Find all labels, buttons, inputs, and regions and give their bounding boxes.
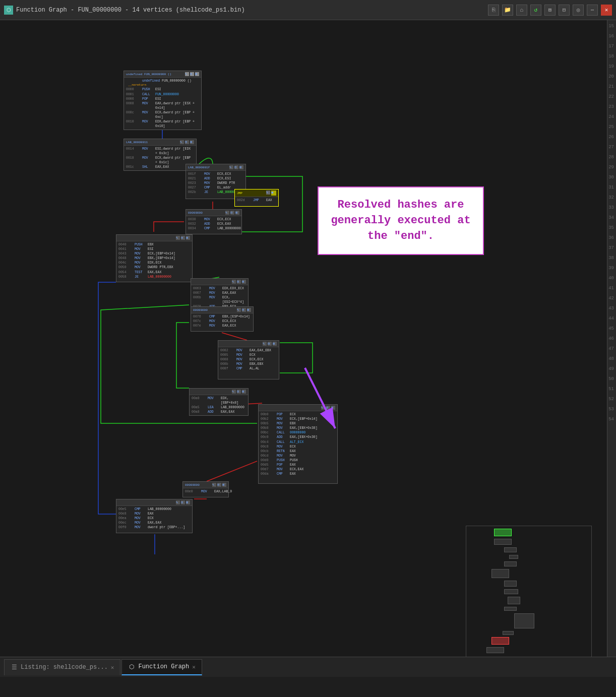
graph-node-10[interactable]: ✎ ⊟ ⊠ 00b0POPECX 00b2MOVECX,[EBP+0x14] 0…: [258, 404, 338, 484]
node-icon[interactable]: ✎: [229, 165, 233, 169]
node-icon[interactable]: ⊟: [190, 72, 194, 76]
node-icon[interactable]: ✎: [321, 406, 325, 410]
graph-node-11[interactable]: 00000000 ✎ ⊟ ⊠ 00e0MOVEAX,LAB_0: [182, 481, 229, 497]
node-icon[interactable]: ⊟: [268, 342, 272, 346]
home-icon[interactable]: ⌂: [516, 5, 527, 16]
node-icon[interactable]: ✎: [185, 72, 189, 76]
node-icon[interactable]: ✎: [232, 280, 236, 284]
node-icon[interactable]: ✎: [266, 191, 270, 195]
annotation-text: Resolved hashes are generally executed a…: [331, 199, 470, 242]
minimap-node: [509, 555, 518, 559]
node-icon[interactable]: ✎: [180, 140, 184, 144]
grid-icon[interactable]: ⊟: [559, 5, 570, 16]
node-icon[interactable]: ⊠: [190, 140, 194, 144]
minimap-node: [491, 569, 509, 578]
graph-node-4[interactable]: 00000000 ✎ ⊟ ⊠ 0030MOVECX,ECX 0032ADDECX…: [186, 209, 242, 234]
node-icon[interactable]: ⊟: [185, 140, 189, 144]
node-icon[interactable]: ⊠: [235, 211, 239, 215]
tab-bar: ☰ Listing: shellcode_ps... ✕ ⬡ Function …: [0, 657, 616, 677]
node-icon[interactable]: ⊠: [239, 165, 243, 169]
scroll-num: 34: [608, 213, 615, 223]
node-icon[interactable]: ⊟: [181, 500, 185, 504]
main-area: 15 16 17 18 19 20 21 22 23 24 25 26 27 2…: [0, 20, 616, 677]
scroll-num: 39: [608, 263, 615, 273]
node-icon[interactable]: ⊟: [326, 406, 330, 410]
graph-node-0[interactable]: undefined FUN_00000000 () ✎ ⊟ ⊠ undefine…: [124, 71, 202, 130]
copy-icon[interactable]: ⎘: [488, 5, 499, 16]
dots-icon[interactable]: ⋯: [587, 5, 598, 16]
node-icon[interactable]: ⊠: [242, 390, 246, 394]
node-icon[interactable]: ⊠: [195, 72, 199, 76]
layout-icon[interactable]: ⊞: [544, 5, 556, 16]
node-icon[interactable]: ⊠: [273, 342, 277, 346]
minimap-node: [504, 561, 517, 566]
scroll-num: 47: [608, 344, 615, 354]
minimap-node: [491, 637, 509, 645]
scroll-num: 32: [608, 193, 615, 203]
node-header-6: ✎ ⊟ ⊠: [191, 279, 248, 285]
node-icon[interactable]: ⊟: [234, 165, 238, 169]
node-icon[interactable]: ⊟: [230, 211, 234, 215]
minimap-node: [494, 529, 512, 536]
node-header-8: ✎ ⊟ ⊠: [218, 341, 279, 347]
tab-function-graph[interactable]: ⬡ Function Graph ✕: [121, 659, 202, 675]
graph-node-12[interactable]: ✎ ⊟ ⊠ 00e5CMPLAB_00000000 00e8MOVEAX 00e…: [116, 499, 193, 533]
node-icon[interactable]: ✎: [176, 236, 180, 240]
scroll-num: 37: [608, 243, 615, 253]
node-header-4: 00000000 ✎ ⊟ ⊠: [186, 210, 241, 216]
node-icon[interactable]: ⊠: [247, 308, 251, 312]
node-body-11: 00e0MOVEAX,LAB_0: [183, 488, 228, 495]
function-graph-tab-close[interactable]: ✕: [192, 664, 196, 670]
graph-node-8[interactable]: ✎ ⊟ ⊠ 0082MOVEAX,EAX_EBX 0085MOVECX 0088…: [218, 340, 279, 379]
node-icon[interactable]: ⊠: [186, 236, 190, 240]
scroll-num: 48: [608, 354, 615, 364]
graph-node-3[interactable]: JMP ✎ ◼ 002dJMPEAX: [234, 189, 279, 207]
node-icon[interactable]: ⊠: [222, 483, 226, 487]
node-icon[interactable]: ⊟: [237, 280, 241, 284]
scroll-num: 20: [608, 72, 615, 82]
graph-node-6[interactable]: ✎ ⊟ ⊠ 0063MOVEDX,EDX_ECX 0067MOVEAX,EAX …: [191, 278, 249, 310]
node-header-0: undefined FUN_00000000 () ✎ ⊟ ⊠: [124, 71, 201, 78]
node-body-0: undefinedFUN_00000000 () __noreturn 0000…: [124, 78, 201, 130]
nav-icon[interactable]: ◎: [573, 5, 584, 16]
node-icon[interactable]: ✎: [225, 211, 229, 215]
graph-node-7[interactable]: 00000000 ✎ ⊟ ⊠ 0076CMPEBX,[ESP+0x14] 007…: [191, 306, 254, 332]
minimap-node: [504, 589, 518, 594]
node-icon[interactable]: ✎: [263, 342, 267, 346]
node-icon[interactable]: ⊟: [237, 390, 241, 394]
node-icon[interactable]: ✎: [232, 390, 236, 394]
scroll-num: 44: [608, 313, 615, 324]
scroll-num: 27: [608, 142, 615, 152]
node-icon[interactable]: ⊠: [242, 280, 246, 284]
close-button[interactable]: ✕: [601, 5, 612, 16]
graph-canvas[interactable]: undefined FUN_00000000 () ✎ ⊟ ⊠ undefine…: [0, 20, 607, 677]
node-icon[interactable]: ⊠: [186, 500, 190, 504]
node-label-3: JMP: [237, 192, 242, 195]
scroll-num: 25: [608, 122, 615, 132]
node-icon[interactable]: ✎: [212, 483, 216, 487]
tab-listing[interactable]: ☰ Listing: shellcode_ps... ✕: [4, 659, 120, 675]
node-label-0: undefined FUN_00000000 (): [126, 73, 171, 76]
node-icon[interactable]: ⊟: [242, 308, 246, 312]
node-header-7: 00000000 ✎ ⊟ ⊠: [191, 307, 253, 313]
node-icon[interactable]: ◼: [271, 191, 276, 196]
minimap[interactable]: [466, 526, 592, 667]
refresh-icon[interactable]: ↺: [530, 5, 541, 16]
node-header-10: ✎ ⊟ ⊠: [259, 405, 337, 411]
node-icon[interactable]: ⊠: [331, 406, 335, 410]
node-icon[interactable]: ✎: [237, 308, 241, 312]
folder-icon[interactable]: 📁: [502, 5, 513, 16]
scroll-num: 35: [608, 223, 615, 233]
node-icon[interactable]: ⊟: [217, 483, 221, 487]
graph-node-9[interactable]: ✎ ⊟ ⊠ 00a0MOVEDX,[EBP+0x8] 00a5LEALAB_00…: [189, 388, 249, 416]
node-icon[interactable]: ⊟: [181, 236, 185, 240]
node-header-11: 00000000 ✎ ⊟ ⊠: [183, 482, 228, 488]
scroll-num: 23: [608, 102, 615, 112]
node-body-8: 0082MOVEAX,EAX_EBX 0085MOVECX 0088MOVECX…: [218, 347, 279, 372]
listing-tab-close[interactable]: ✕: [111, 664, 114, 671]
scroll-num: 36: [608, 233, 615, 243]
scroll-num: 26: [608, 132, 615, 142]
right-scrollbar[interactable]: 15 16 17 18 19 20 21 22 23 24 25 26 27 2…: [607, 20, 616, 677]
node-icon[interactable]: ✎: [176, 500, 180, 504]
graph-node-5[interactable]: ✎ ⊟ ⊠ 0040PUSHEBX 0041MOVESI 0043MOVECX,…: [116, 234, 193, 282]
